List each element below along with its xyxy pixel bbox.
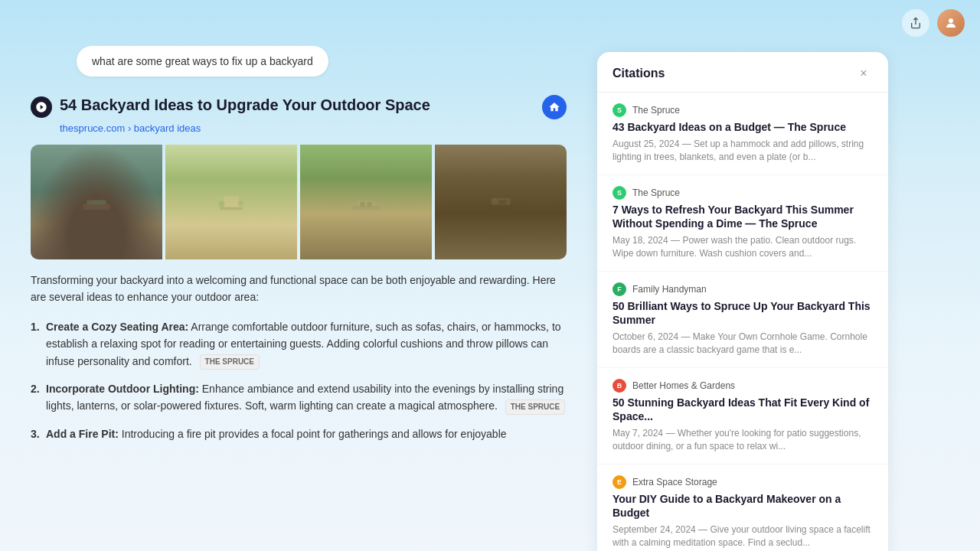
svg-rect-5 [224, 197, 239, 208]
citation-item-1[interactable]: S The Spruce 7 Ways to Refresh Your Back… [597, 175, 888, 272]
citations-header: Citations × [597, 64, 888, 93]
citation-favicon-3: B [612, 379, 626, 393]
idea-item-2: 2. Incorporate Outdoor Lighting: Enhance… [31, 380, 567, 415]
avatar[interactable] [937, 9, 965, 37]
share-button[interactable] [902, 9, 929, 37]
query-bubble: what are some great ways to fix up a bac… [77, 46, 328, 77]
main-layout: what are some great ways to fix up a bac… [0, 46, 980, 551]
idea-item-3: 3. Add a Fire Pit: Introducing a fire pi… [31, 425, 567, 442]
citation-excerpt-4: September 24, 2024 — Give your outdoor l… [612, 523, 873, 549]
citations-title: Citations [612, 67, 665, 80]
citation-source-4: Extra Space Storage [632, 477, 717, 487]
citation-excerpt-1: May 18, 2024 — Power wash the patio. Cle… [612, 234, 873, 260]
article-description: Transforming your backyard into a welcom… [31, 272, 567, 306]
ideas-list: 1. Create a Cozy Seating Area: Arrange c… [31, 318, 567, 442]
svg-point-15 [493, 198, 497, 202]
backyard-image-3[interactable] [300, 145, 432, 259]
citation-source-row-4: E Extra Space Storage [612, 475, 873, 489]
home-button[interactable] [542, 95, 567, 119]
idea-heading-2: Incorporate Outdoor Lighting: [46, 383, 199, 395]
citation-source-0: The Spruce [632, 105, 680, 116]
breadcrumb-section: backyard ideas [134, 122, 201, 134]
idea-item-1: 1. Create a Cozy Seating Area: Arrange c… [31, 318, 567, 370]
article-source-icon [31, 96, 52, 118]
close-citations-button[interactable]: × [854, 64, 873, 83]
idea-heading-3: Add a Fire Pit: [46, 428, 119, 440]
citation-source-row-0: S The Spruce [612, 103, 873, 117]
citation-item-4[interactable]: E Extra Space Storage Your DIY Guide to … [597, 465, 888, 551]
citation-favicon-1: S [612, 186, 626, 200]
article-header: 54 Backyard Ideas to Upgrade Your Outdoo… [31, 95, 567, 119]
svg-rect-13 [488, 204, 514, 210]
svg-rect-16 [499, 201, 507, 204]
svg-point-8 [238, 201, 243, 206]
citation-favicon-0: S [612, 103, 626, 117]
idea-num-2: 2. [31, 380, 40, 397]
title-area: 54 Backyard Ideas to Upgrade Your Outdoo… [31, 95, 430, 118]
citation-title-2: 50 Brilliant Ways to Spruce Up Your Back… [612, 299, 873, 327]
citation-favicon-2: F [612, 282, 626, 296]
citation-title-0: 43 Backyard Ideas on a Budget — The Spru… [612, 120, 873, 134]
query-text: what are some great ways to fix up a bac… [92, 55, 313, 67]
svg-point-0 [949, 18, 953, 23]
citation-item-2[interactable]: F Family Handyman 50 Brilliant Ways to S… [597, 272, 888, 368]
citation-source-row-1: S The Spruce [612, 186, 873, 200]
svg-rect-1 [83, 204, 110, 210]
backyard-image-4[interactable] [435, 145, 567, 259]
citation-title-3: 50 Stunning Backyard Ideas That Fit Ever… [612, 396, 873, 423]
citation-favicon-4: E [612, 475, 626, 489]
citation-title-4: Your DIY Guide to a Backyard Makeover on… [612, 492, 873, 520]
svg-rect-11 [361, 202, 365, 207]
citation-source-3: Better Homes & Gardens [632, 380, 735, 391]
top-bar [0, 0, 980, 46]
idea-text-3: Introducing a fire pit provides a focal … [122, 428, 507, 440]
svg-rect-10 [357, 201, 376, 207]
svg-point-3 [87, 200, 91, 204]
citation-item-3[interactable]: B Better Homes & Gardens 50 Stunning Bac… [597, 368, 888, 465]
content-area: what are some great ways to fix up a bac… [0, 46, 597, 551]
citation-excerpt-2: October 6, 2024 — Make Your Own Cornhole… [612, 331, 873, 357]
citation-source-2: Family Handyman [632, 284, 707, 295]
backyard-image-2[interactable] [165, 145, 297, 259]
svg-rect-6 [220, 207, 243, 210]
idea-badge-2: THE SPRUCE [505, 399, 565, 415]
svg-rect-9 [353, 206, 380, 210]
svg-point-4 [103, 200, 106, 204]
svg-rect-12 [368, 202, 372, 207]
citation-excerpt-0: August 25, 2024 — Set up a hammock and a… [612, 138, 873, 164]
idea-num-1: 1. [31, 318, 40, 335]
image-grid [31, 145, 567, 259]
citations-panel: Citations × S The Spruce 43 Backyard Ide… [597, 52, 888, 551]
backyard-image-1[interactable] [31, 145, 162, 259]
citation-source-row-3: B Better Homes & Gardens [612, 379, 873, 393]
article-title: 54 Backyard Ideas to Upgrade Your Outdoo… [60, 95, 430, 115]
citation-title-1: 7 Ways to Refresh Your Backyard This Sum… [612, 203, 873, 230]
idea-num-3: 3. [31, 425, 40, 442]
citation-source-1: The Spruce [632, 187, 680, 198]
idea-badge-1: THE SPRUCE [200, 354, 260, 370]
citation-source-row-2: F Family Handyman [612, 282, 873, 296]
breadcrumb[interactable]: thespruce.com › backyard ideas [60, 122, 567, 134]
idea-heading-1: Create a Cozy Seating Area: [46, 321, 188, 333]
svg-point-7 [219, 201, 225, 207]
breadcrumb-site: thespruce.com [60, 122, 125, 134]
citation-excerpt-3: May 7, 2024 — Whether you're looking for… [612, 427, 873, 453]
citation-item-0[interactable]: S The Spruce 43 Backyard Ideas on a Budg… [597, 93, 888, 175]
